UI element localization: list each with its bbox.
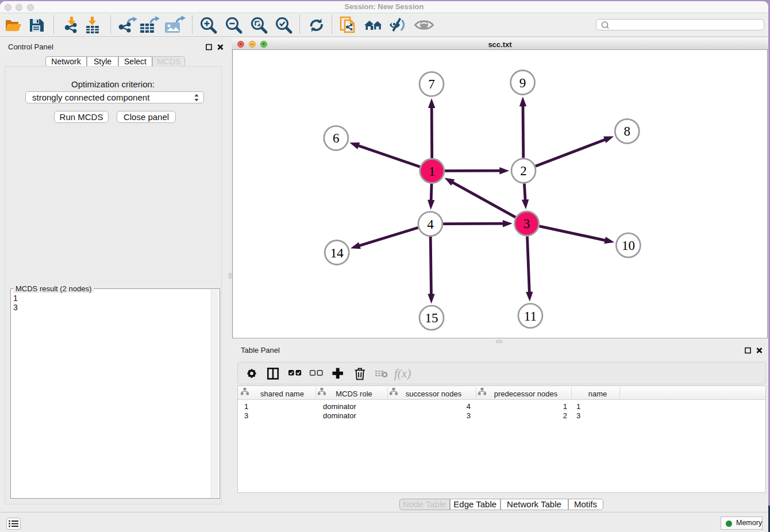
svg-text:11: 11 xyxy=(524,309,537,323)
svg-text:8: 8 xyxy=(624,124,631,138)
svg-text:4: 4 xyxy=(427,217,434,232)
svg-text:7: 7 xyxy=(428,77,435,91)
svg-text:10: 10 xyxy=(622,238,635,253)
svg-text:f(x): f(x) xyxy=(394,367,411,380)
svg-text:15: 15 xyxy=(425,311,438,325)
svg-text:1: 1 xyxy=(429,164,436,179)
svg-text:3: 3 xyxy=(523,217,530,231)
svg-text:6: 6 xyxy=(333,131,340,145)
svg-text:14: 14 xyxy=(330,246,344,260)
svg-text:9: 9 xyxy=(519,76,526,90)
svg-text:2: 2 xyxy=(520,164,527,178)
